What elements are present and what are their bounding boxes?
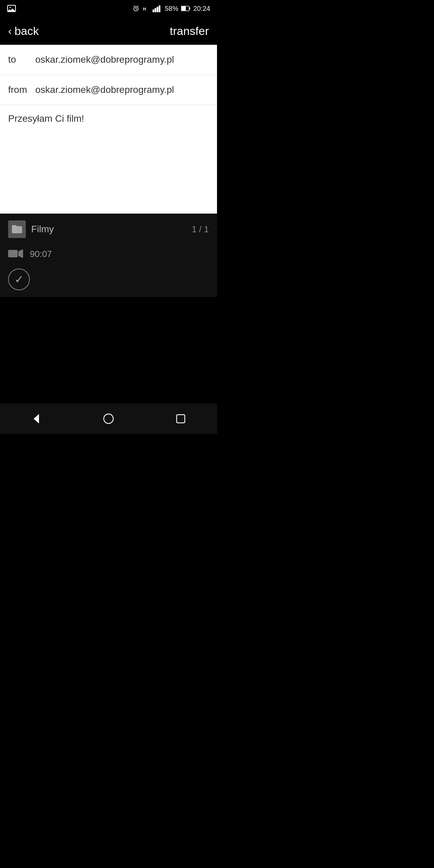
time-display: 20:24 xyxy=(193,5,210,13)
to-label: to xyxy=(8,54,35,65)
svg-marker-17 xyxy=(34,414,39,423)
nav-back-button[interactable] xyxy=(29,412,43,426)
status-bar-left xyxy=(7,4,16,13)
from-label: from xyxy=(8,84,35,95)
to-value: oskar.ziomek@dobreprogramy.pl xyxy=(35,54,209,65)
svg-rect-14 xyxy=(181,6,186,11)
svg-line-4 xyxy=(136,9,137,9)
svg-marker-16 xyxy=(18,249,23,258)
network-h-icon: H xyxy=(142,5,150,12)
attachment-section: Filmy 1 / 1 90:07 ✓ xyxy=(0,214,217,297)
nav-recents-button[interactable] xyxy=(174,412,188,426)
status-bar: H 58% 20:24 xyxy=(0,0,217,17)
back-button[interactable]: ‹ back xyxy=(8,24,39,38)
svg-line-6 xyxy=(137,6,138,6)
svg-point-1 xyxy=(9,7,11,8)
alarm-icon xyxy=(132,5,140,12)
back-label: back xyxy=(15,24,39,38)
video-camera-icon xyxy=(8,248,23,260)
attachment-count: 1 / 1 xyxy=(192,224,209,235)
folder-icon xyxy=(8,220,26,238)
toolbar-title: transfer xyxy=(170,24,209,38)
svg-rect-13 xyxy=(189,7,190,9)
svg-rect-8 xyxy=(153,9,154,12)
image-icon xyxy=(7,4,16,13)
checkmark-icon: ✓ xyxy=(15,273,24,286)
nav-recents-icon xyxy=(174,412,188,426)
attachment-header-left: Filmy xyxy=(8,220,54,238)
battery-icon xyxy=(181,5,191,12)
svg-point-18 xyxy=(104,414,113,423)
video-item[interactable]: 90:07 xyxy=(8,245,209,263)
email-form: to oskar.ziomek@dobreprogramy.pl from os… xyxy=(0,45,217,214)
signal-bars-icon xyxy=(153,5,162,12)
nav-bar xyxy=(0,403,217,434)
svg-rect-15 xyxy=(8,250,18,257)
svg-line-5 xyxy=(134,6,135,6)
to-field: to oskar.ziomek@dobreprogramy.pl xyxy=(0,45,217,75)
from-field: from oskar.ziomek@dobreprogramy.pl xyxy=(0,75,217,105)
svg-rect-19 xyxy=(177,415,185,423)
nav-home-button[interactable] xyxy=(102,412,115,426)
from-value: oskar.ziomek@dobreprogramy.pl xyxy=(35,84,209,95)
battery-percentage: 58% xyxy=(165,5,178,13)
back-arrow-icon: ‹ xyxy=(8,25,12,37)
svg-rect-10 xyxy=(157,7,158,12)
status-bar-right: H 58% 20:24 xyxy=(132,5,210,13)
message-text: Przesyłam Ci film! xyxy=(8,113,84,124)
attachment-header: Filmy 1 / 1 xyxy=(8,220,209,238)
svg-text:H: H xyxy=(143,6,146,12)
svg-rect-11 xyxy=(159,5,160,12)
svg-rect-9 xyxy=(155,8,156,12)
nav-back-icon xyxy=(29,412,43,426)
selected-indicator[interactable]: ✓ xyxy=(8,269,30,290)
toolbar: ‹ back transfer xyxy=(0,17,217,45)
video-duration: 90:07 xyxy=(30,249,52,259)
message-body[interactable]: Przesyłam Ci film! xyxy=(0,105,217,214)
attachment-title: Filmy xyxy=(31,224,54,235)
nav-home-icon xyxy=(102,412,115,426)
